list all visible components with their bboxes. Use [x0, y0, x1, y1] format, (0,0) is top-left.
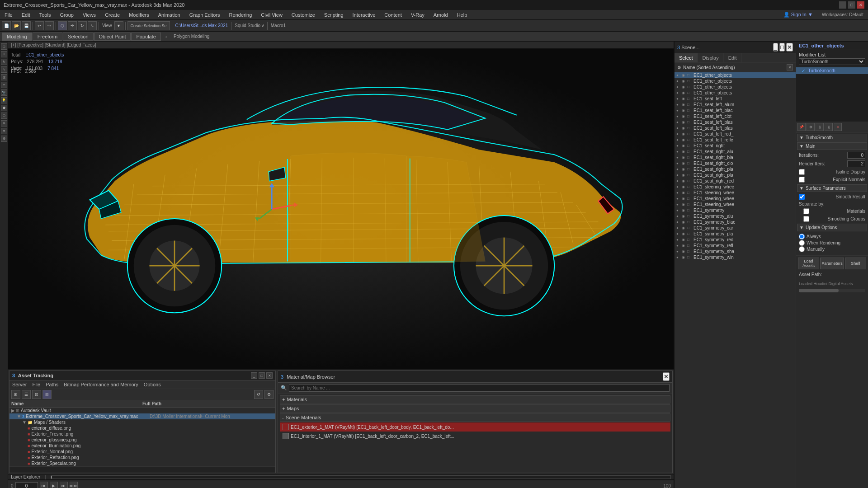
menu-tools[interactable]: Tools	[35, 10, 56, 19]
menu-edit[interactable]: Edit	[17, 10, 35, 19]
menu-customize[interactable]: Customize	[287, 10, 320, 19]
asset-tb-btn3[interactable]: ⊡	[32, 390, 41, 399]
asset-menu-file[interactable]: File	[32, 382, 40, 387]
when-rendering-radio[interactable]	[799, 240, 805, 246]
shelf-button[interactable]: Shelf	[845, 258, 866, 269]
menu-interactive[interactable]: Interactive	[348, 10, 380, 19]
maximize-button[interactable]: □	[848, 1, 855, 9]
undo-button[interactable]: ↩	[35, 21, 44, 30]
redo-button[interactable]: ↪	[45, 21, 54, 30]
select-button[interactable]: ⬡	[58, 21, 67, 30]
save-button[interactable]: 💾	[22, 21, 31, 30]
materials-checkbox[interactable]	[803, 208, 809, 214]
menu-graph-editors[interactable]: Graph Editors	[185, 10, 225, 19]
menu-create[interactable]: Create	[100, 10, 124, 19]
menu-group[interactable]: Group	[55, 10, 78, 19]
scene-maximize[interactable]: □	[779, 43, 785, 52]
view-dropdown[interactable]: ▼	[114, 21, 123, 30]
render-iters-input[interactable]	[847, 160, 865, 167]
list-item[interactable]: ● ◉ □ EC1_symmetry_win	[675, 254, 796, 260]
asset-minimize[interactable]: _	[251, 372, 257, 379]
window-controls[interactable]: _ □ ✕	[839, 1, 864, 9]
list-item[interactable]: ■ Exterior_Specular.png	[9, 460, 275, 466]
viewport-canvas[interactable]	[8, 49, 674, 370]
paste-modifier[interactable]: ⎗	[825, 123, 833, 131]
tab-freeform[interactable]: Freeform	[33, 33, 63, 41]
asset-menu-options[interactable]: Options	[144, 382, 161, 387]
tool-rotate[interactable]: ↻	[1, 59, 7, 65]
list-item[interactable]: ● ◉ □ EC1_symmetry_refl	[675, 243, 796, 249]
list-item[interactable]: ● ◉ □ EC1_seat_left	[675, 96, 796, 102]
smoothing-groups-checkbox[interactable]	[803, 216, 809, 222]
modifier-dropdown[interactable]: TurboSmooth	[799, 58, 865, 65]
list-item[interactable]: ■ Exterior_Refraction.png	[9, 455, 275, 460]
list-item[interactable]: ● ◉ □ EC1_symmetry_red	[675, 237, 796, 243]
list-item[interactable]: ● ◉ □ EC1_seat_left_clot	[675, 113, 796, 119]
list-item[interactable]: ● ◉ □ EC1_seat_left_refle	[675, 137, 796, 143]
filter-settings[interactable]: ✕	[787, 64, 793, 70]
tool-shapes[interactable]: ⬟	[1, 105, 7, 111]
asset-menu-paths[interactable]: Paths	[46, 382, 58, 387]
asset-menu-bitmap[interactable]: Bitmap Performance and Memory	[64, 382, 138, 387]
scene-materials-header[interactable]: - Scene Materials	[280, 413, 670, 422]
list-item[interactable]: ● ◉ □ EC1_symmetry_pla	[675, 231, 796, 237]
list-item[interactable]: ● ◉ □ EC1_other_objects	[675, 84, 796, 90]
tool-unlink[interactable]: ✂	[1, 82, 7, 88]
parameters-button[interactable]: Parameters	[820, 258, 844, 269]
fast-forward-button[interactable]: ⏭⏭	[70, 482, 78, 488]
list-item[interactable]: ● ◉ □ EC1_seat_right_clo	[675, 160, 796, 166]
menu-rendering[interactable]: Rendering	[225, 10, 257, 19]
list-item[interactable]: EC1_interior_1_MAT (VRayMtl) [EC1_back_l…	[280, 432, 670, 441]
current-frame-input[interactable]: 0	[15, 482, 38, 488]
list-item[interactable]: ● ◉ □ EC1_seat_left_red_	[675, 131, 796, 137]
modifier-item-turbosmooth[interactable]: ✓ TurboSmooth	[796, 67, 868, 74]
list-item[interactable]: ● ◉ □ EC1_seat_right_pla	[675, 172, 796, 178]
tool-link[interactable]: ⛓	[1, 74, 7, 80]
next-frame-button[interactable]: ⏭	[60, 482, 68, 488]
open-button[interactable]: 📂	[12, 21, 21, 30]
timeline-mini[interactable]	[51, 475, 671, 479]
list-item[interactable]: ● ◉ □ EC1_steering_whee	[675, 190, 796, 196]
menu-help[interactable]: Help	[453, 10, 472, 19]
list-item[interactable]: ■ exterior_glossines.png	[9, 437, 275, 443]
mat-close[interactable]: ✕	[663, 372, 670, 381]
manually-radio[interactable]	[799, 246, 805, 252]
new-button[interactable]: 📄	[2, 21, 11, 30]
tool-systems[interactable]: ⚙	[1, 136, 7, 142]
list-item[interactable]: ▼ 📁 Maps / Shaders	[9, 419, 275, 425]
menu-views[interactable]: Views	[78, 10, 100, 19]
create-sel-button[interactable]: Create Selection Se	[127, 21, 170, 30]
tool-scale[interactable]: ⤡	[1, 66, 7, 73]
menu-civil-view[interactable]: Civil View	[256, 10, 287, 19]
list-item[interactable]: ● ◉ □ EC1_steering_whee	[675, 196, 796, 202]
menu-file[interactable]: File	[0, 10, 17, 19]
scale-button[interactable]: ⤡	[88, 21, 97, 30]
tool-select[interactable]: ◻	[1, 43, 7, 50]
list-item[interactable]: ● ◉ □ EC1_symmetry_car	[675, 225, 796, 231]
list-item[interactable]: ● ◉ □ EC1_seat_left_blac	[675, 108, 796, 113]
scene-close[interactable]: ✕	[786, 43, 793, 52]
menu-animation[interactable]: Animation	[154, 10, 185, 19]
surface-params-header[interactable]: ▼ Surface Parameters	[797, 184, 867, 192]
list-item[interactable]: ■ exterior_diffuse.png	[9, 425, 275, 431]
tab-display[interactable]: Display	[698, 53, 724, 62]
tab-select[interactable]: Select	[675, 53, 698, 62]
play-button[interactable]: ▶	[50, 482, 58, 488]
tool-helpers[interactable]: ⊕	[1, 120, 7, 127]
list-item[interactable]: ● ◉ □ EC1_symmetry_blac	[675, 219, 796, 225]
list-item[interactable]: ■ Exterior_Fresnel.png	[9, 431, 275, 437]
asset-close[interactable]: ✕	[266, 372, 273, 379]
minimize-button[interactable]: _	[839, 1, 846, 9]
list-item[interactable]: ■ Exterior_Normal.png	[9, 449, 275, 455]
list-item[interactable]: ● ◉ □ EC1_symmetry_sha	[675, 249, 796, 254]
tool-lights[interactable]: 💡	[1, 97, 7, 103]
asset-tb-btn2[interactable]: ☰	[22, 390, 31, 399]
scene-minimize[interactable]: _	[773, 43, 778, 52]
pin-button[interactable]: 📌	[797, 123, 806, 131]
maps-section-header[interactable]: + Maps	[280, 404, 670, 413]
tab-populate[interactable]: Populate	[131, 33, 160, 41]
asset-tb-btn1[interactable]: ⊞	[11, 390, 20, 399]
tab-selection[interactable]: Selection	[63, 33, 93, 41]
list-item[interactable]: ▶ ⊞ Autodesk Vault	[9, 408, 275, 413]
asset-refresh[interactable]: ↺	[254, 390, 263, 399]
